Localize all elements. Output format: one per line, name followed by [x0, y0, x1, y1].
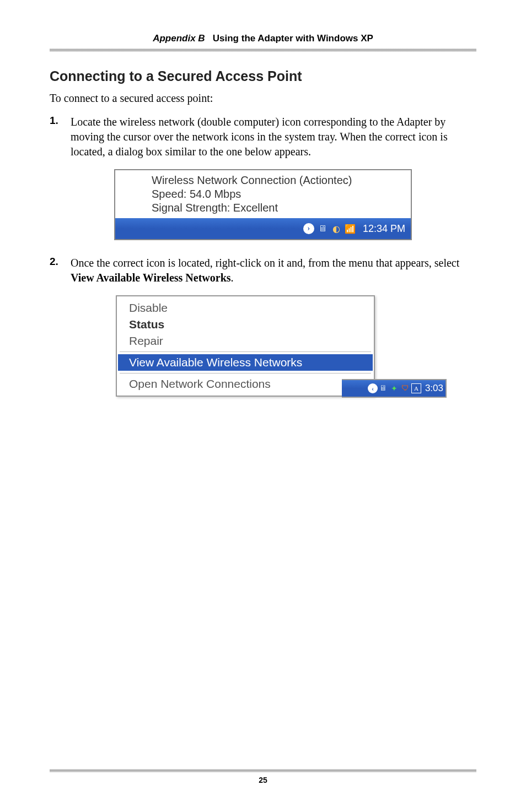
step-number: 1.: [50, 115, 71, 159]
step-text-pre: Once the correct icon is located, right-…: [71, 257, 459, 269]
taskbar-clock: 3:03: [425, 383, 443, 394]
step-text-bold: View Available Wireless Networks: [71, 272, 231, 284]
intro-text: To connect to a secured access point:: [50, 92, 476, 105]
step-body: Locate the wireless network (double comp…: [71, 115, 476, 159]
taskbar: › 🖥 ◐ 📶 12:34 PM: [115, 218, 411, 239]
step-number: 2.: [50, 256, 71, 285]
step-2: 2. Once the correct icon is located, rig…: [50, 256, 476, 285]
running-header: Appendix B Using the Adapter with Window…: [50, 33, 476, 44]
menu-item-view-networks: View Available Wireless Networks: [118, 354, 373, 371]
menu-item-repair: Repair: [118, 333, 373, 349]
taskbar-fragment: ‹ 🖥 ✦ 🛡 A 3:03: [342, 379, 447, 398]
tooltip-line: Signal Strength: Excellent: [152, 201, 352, 215]
green-icon: ✦: [389, 383, 399, 393]
header-chapter-title: Using the Adapter with Windows XP: [213, 33, 373, 44]
page-footer: 25: [50, 769, 476, 784]
tray-expand-icon: ›: [303, 223, 314, 234]
menu-item-disable: Disable: [118, 300, 373, 316]
tooltip-spacer: [119, 172, 152, 215]
tray-expand-icon: ‹: [368, 383, 378, 393]
menu-item-open-connections: Open Network Connections: [118, 376, 373, 392]
tooltip-line: Wireless Network Connection (Actiontec): [152, 174, 352, 187]
step-body: Once the correct icon is located, right-…: [71, 256, 476, 285]
menu-separator: [120, 351, 371, 352]
figure-context-menu: Disable Status Repair View Available Wir…: [116, 295, 447, 397]
shield-icon: 🛡: [400, 383, 410, 393]
step-1: 1. Locate the wireless network (double c…: [50, 115, 476, 159]
tooltip-box: Wireless Network Connection (Actiontec) …: [115, 170, 411, 218]
wireless-icon: 📶: [345, 223, 356, 234]
taskbar-clock: 12:34 PM: [363, 223, 405, 235]
network-icon: 🖥: [317, 223, 328, 234]
section-heading: Connecting to a Secured Access Point: [50, 68, 476, 84]
appendix-label: Appendix B: [153, 33, 205, 44]
tooltip-text: Wireless Network Connection (Actiontec) …: [152, 172, 352, 215]
menu-separator: [120, 373, 371, 373]
step-text-post: .: [231, 272, 234, 284]
menu-item-status: Status: [118, 316, 373, 333]
page-number: 25: [50, 776, 476, 784]
header-divider: [50, 48, 476, 52]
footer-divider: [50, 769, 476, 772]
blue-app-icon: A: [411, 383, 421, 393]
network-icon: 🖥: [378, 383, 388, 393]
system-tray: › 🖥 ◐ 📶 12:34 PM: [303, 223, 405, 235]
tooltip-line: Speed: 54.0 Mbps: [152, 187, 352, 201]
volume-icon: ◐: [331, 223, 342, 234]
context-menu: Disable Status Repair View Available Wir…: [117, 296, 374, 396]
figure-tooltip-taskbar: Wireless Network Connection (Actiontec) …: [114, 169, 412, 240]
